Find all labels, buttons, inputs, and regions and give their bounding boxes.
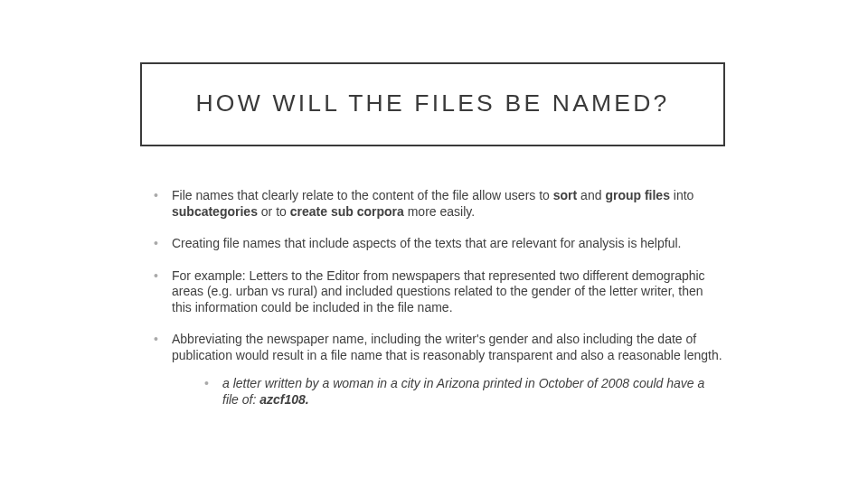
text: and: [577, 188, 605, 202]
text: more easily.: [404, 204, 475, 219]
bold-text: sort: [553, 188, 577, 202]
bullet-item: For example: Letters to the Editor from …: [145, 268, 723, 316]
text: Abbreviating the newspaper name, includi…: [172, 332, 722, 362]
bullet-item: File names that clearly relate to the co…: [145, 188, 723, 220]
bold-text: subcategories: [172, 204, 258, 219]
sub-bullet-item: a letter written by a woman in a city in…: [172, 376, 723, 408]
text: File names that clearly relate to the co…: [172, 188, 553, 202]
slide-title: HOW WILL THE FILES BE NAMED?: [196, 89, 670, 117]
content-area: File names that clearly relate to the co…: [145, 188, 723, 424]
bold-text: group files: [605, 188, 670, 202]
bullet-item: Abbreviating the newspaper name, includi…: [145, 332, 723, 408]
bold-italic-text: azcf108.: [259, 392, 308, 407]
bullet-list: File names that clearly relate to the co…: [145, 188, 723, 408]
text: into: [670, 188, 693, 202]
bullet-item: Creating file names that include aspects…: [145, 236, 723, 252]
text: or to: [258, 204, 290, 219]
sub-bullet-list: a letter written by a woman in a city in…: [172, 376, 723, 408]
slide: HOW WILL THE FILES BE NAMED? File names …: [0, 0, 868, 488]
title-box: HOW WILL THE FILES BE NAMED?: [140, 62, 725, 146]
bold-text: create sub corpora: [290, 204, 404, 219]
